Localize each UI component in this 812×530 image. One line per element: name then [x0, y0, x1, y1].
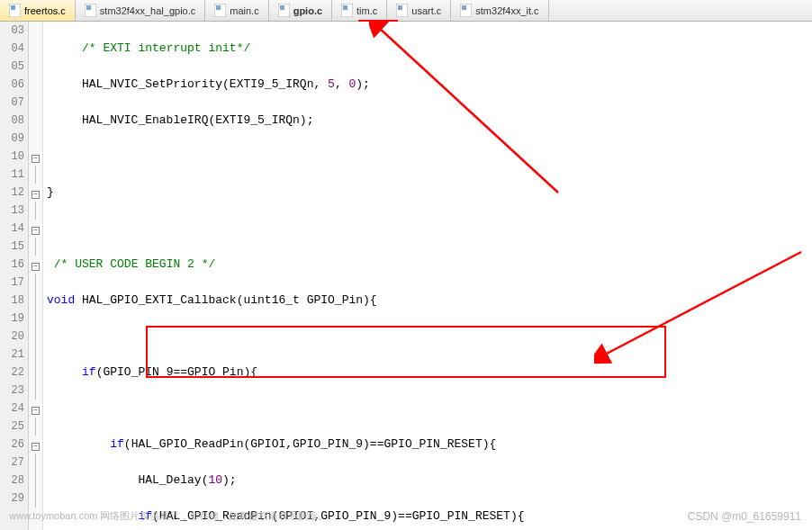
line-number: 19	[0, 310, 24, 328]
line-number: 21	[0, 346, 24, 364]
fold-gutter: − − − − − −	[29, 22, 43, 530]
file-c-icon	[214, 4, 226, 17]
code-line: }	[47, 184, 812, 202]
svg-rect-9	[343, 5, 347, 10]
tab-usart[interactable]: usart.c	[387, 0, 451, 21]
line-number: 09	[0, 130, 24, 148]
fold-toggle-icon[interactable]: −	[32, 443, 40, 451]
line-number: 11	[0, 166, 24, 184]
line-number: 07	[0, 94, 24, 112]
tab-bar: freertos.c stm32f4xx_hal_gpio.c main.c g…	[0, 0, 812, 22]
svg-rect-3	[86, 5, 91, 10]
file-c-icon	[278, 4, 290, 17]
line-number: 20	[0, 328, 24, 346]
code-line: HAL_NVIC_SetPriority(EXTI9_5_IRQn, 5, 0)…	[47, 76, 812, 94]
line-number: 10	[0, 148, 24, 166]
svg-rect-1	[11, 5, 15, 10]
svg-rect-5	[216, 5, 221, 10]
tab-label: usart.c	[411, 5, 441, 16]
line-number: 27	[0, 454, 24, 472]
file-c-icon	[9, 4, 21, 17]
file-c-icon	[85, 4, 96, 17]
line-number: 28	[0, 472, 24, 490]
line-number: 26	[0, 436, 24, 454]
tab-main[interactable]: main.c	[205, 0, 268, 21]
code-line: /* USER CODE BEGIN 2 */	[47, 256, 812, 274]
line-number: 04	[0, 40, 24, 58]
fold-toggle-icon[interactable]: −	[32, 191, 40, 199]
line-number: 08	[0, 112, 24, 130]
file-c-icon	[396, 4, 408, 17]
line-number: 13	[0, 202, 24, 220]
tab-it[interactable]: stm32f4xx_it.c	[451, 0, 548, 21]
annotation-underline	[358, 20, 398, 22]
tab-gpio[interactable]: gpio.c	[269, 0, 332, 21]
code-line: void HAL_GPIO_EXTI_Callback(uint16_t GPI…	[47, 292, 812, 310]
svg-rect-7	[280, 5, 284, 10]
fold-toggle-icon[interactable]: −	[32, 263, 40, 271]
code-line	[47, 400, 812, 418]
code-line: if(HAL_GPIO_ReadPin(GPIOI,GPIO_PIN_9)==G…	[47, 436, 812, 454]
svg-rect-13	[462, 5, 466, 10]
line-number: 06	[0, 76, 24, 94]
code-line: HAL_NVIC_EnableIRQ(EXTI9_5_IRQn);	[47, 112, 812, 130]
code-line: /* EXTI interrupt init*/	[47, 40, 812, 58]
line-number: 12	[0, 184, 24, 202]
code-line: if(GPIO_PIN_9==GPIO_Pin){	[47, 364, 812, 382]
line-number: 15	[0, 238, 24, 256]
svg-rect-11	[398, 5, 402, 10]
tab-tim[interactable]: tim.c	[332, 0, 387, 21]
tab-label: main.c	[230, 5, 258, 16]
tab-hal-gpio[interactable]: stm32f4xx_hal_gpio.c	[76, 0, 205, 21]
watermark-right: CSDN @m0_61659911	[688, 510, 801, 523]
fold-toggle-icon[interactable]: −	[32, 227, 40, 235]
line-number-gutter: 03 04 05 06 07 08 09 10 11 12 13 14 15 1…	[0, 22, 29, 530]
line-number: 25	[0, 418, 24, 436]
line-number: 22	[0, 364, 24, 382]
tab-freertos[interactable]: freertos.c	[0, 0, 76, 21]
file-c-icon	[460, 4, 472, 17]
line-number: 18	[0, 292, 24, 310]
fold-toggle-icon[interactable]: −	[32, 407, 40, 415]
line-number: 03	[0, 22, 24, 40]
line-number: 17	[0, 274, 24, 292]
code-line	[47, 148, 812, 166]
line-number: 14	[0, 220, 24, 238]
line-number: 24	[0, 400, 24, 418]
watermark-left: www.toymoban.com 网络图片仅供展示，非存储，如有侵权请联系删除。	[9, 509, 328, 523]
tab-label: freertos.c	[24, 5, 66, 16]
file-c-icon	[341, 4, 353, 17]
code-area[interactable]: /* EXTI interrupt init*/ HAL_NVIC_SetPri…	[43, 22, 812, 530]
line-number: 29	[0, 490, 24, 508]
tab-label: gpio.c	[293, 5, 322, 16]
code-editor[interactable]: 03 04 05 06 07 08 09 10 11 12 13 14 15 1…	[0, 22, 812, 530]
tab-label: tim.c	[356, 5, 377, 16]
fold-toggle-icon[interactable]: −	[32, 155, 40, 163]
line-number: 05	[0, 58, 24, 76]
tab-label: stm32f4xx_hal_gpio.c	[100, 5, 195, 16]
code-line	[47, 220, 812, 238]
tab-label: stm32f4xx_it.c	[475, 5, 538, 16]
code-line: HAL_Delay(10);	[47, 472, 812, 490]
line-number: 16	[0, 256, 24, 274]
code-line	[47, 328, 812, 346]
line-number: 23	[0, 382, 24, 400]
